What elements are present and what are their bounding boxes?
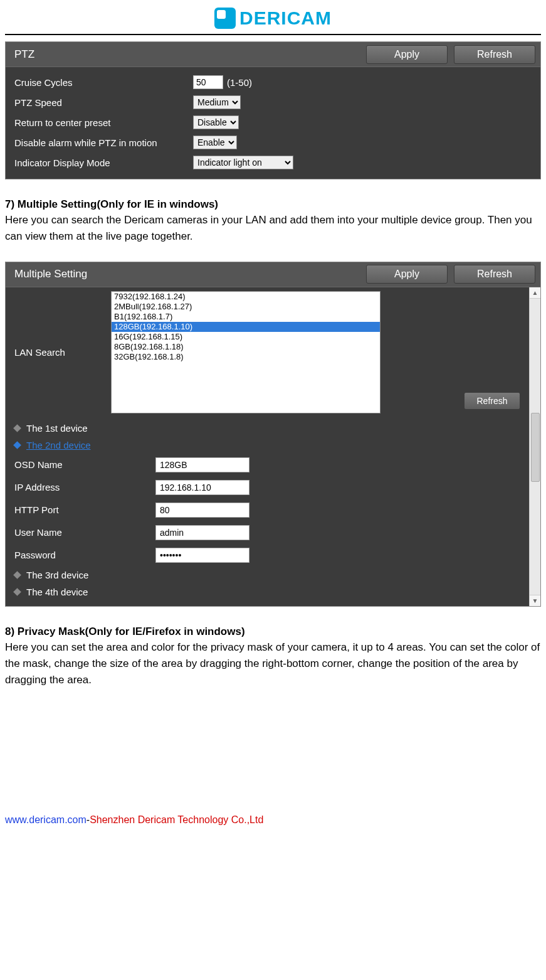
- disable-alarm-select[interactable]: Enable: [193, 136, 237, 149]
- ptz-title: PTZ: [14, 48, 360, 61]
- osd-name-label: OSD Name: [14, 459, 155, 470]
- footer-company: Shenzhen Dericam Technology Co.,Ltd: [90, 814, 263, 825]
- diamond-icon: [13, 424, 21, 432]
- user-name-input[interactable]: [155, 525, 249, 540]
- diamond-icon: [13, 588, 21, 596]
- ptz-apply-button[interactable]: Apply: [366, 45, 448, 64]
- device-2-link[interactable]: The 2nd device: [26, 440, 91, 450]
- device-4[interactable]: The 4th device: [26, 587, 88, 597]
- return-preset-select[interactable]: Disable: [193, 115, 239, 129]
- ptz-refresh-button[interactable]: Refresh: [454, 45, 535, 64]
- ptz-panel-body: Cruise Cycles (1-50) PTZ Speed Medium Re…: [6, 67, 540, 179]
- ms-refresh-button[interactable]: Refresh: [454, 265, 535, 284]
- scroll-thumb[interactable]: [531, 413, 540, 482]
- http-port-input[interactable]: [155, 503, 249, 518]
- cruise-cycles-suffix: (1-50): [227, 77, 252, 88]
- osd-name-input[interactable]: [155, 457, 249, 472]
- diamond-icon: [13, 571, 21, 579]
- list-item[interactable]: 2MBull(192.168.1.27): [112, 302, 380, 312]
- ip-address-label: IP Address: [14, 482, 155, 493]
- ms-title: Multiple Setting: [14, 268, 360, 280]
- ptz-speed-label: PTZ Speed: [14, 97, 193, 108]
- user-name-label: User Name: [14, 527, 155, 538]
- diamond-icon: [13, 441, 21, 449]
- ip-address-input[interactable]: [155, 480, 249, 495]
- ptz-panel: PTZ Apply Refresh Cruise Cycles (1-50) P…: [5, 41, 541, 179]
- scroll-down-icon[interactable]: ▼: [530, 595, 540, 606]
- scrollbar[interactable]: ▲ ▼: [529, 287, 540, 606]
- brand-logo: DERICAM: [214, 8, 332, 29]
- device-3[interactable]: The 3rd device: [26, 570, 88, 580]
- ms-panel-header: Multiple Setting Apply Refresh: [6, 262, 540, 287]
- ptz-panel-header: PTZ Apply Refresh: [6, 42, 540, 67]
- http-port-label: HTTP Port: [14, 504, 155, 515]
- device-1[interactable]: The 1st device: [26, 423, 88, 434]
- logo-text: DERICAM: [239, 8, 332, 29]
- page-footer: www.dericam.com-Shenzhen Dericam Technol…: [5, 814, 541, 836]
- logo-icon: [214, 8, 236, 29]
- password-input[interactable]: [155, 548, 249, 563]
- multiple-setting-panel: Multiple Setting Apply Refresh LAN Searc…: [5, 262, 541, 607]
- indicator-mode-select[interactable]: Indicator light on: [193, 156, 293, 169]
- list-item-selected[interactable]: 128GB(192.168.1.10): [112, 322, 380, 332]
- list-item[interactable]: 16G(192.168.1.15): [112, 332, 380, 342]
- ptz-speed-select[interactable]: Medium: [193, 95, 241, 109]
- indicator-mode-label: Indicator Display Mode: [14, 157, 193, 168]
- return-preset-label: Return to center preset: [14, 117, 193, 128]
- list-item[interactable]: 32GB(192.168.1.8): [112, 352, 380, 362]
- lan-search-label: LAN Search: [14, 347, 102, 358]
- footer-url[interactable]: www.dericam.com: [5, 814, 87, 825]
- list-item[interactable]: 8GB(192.168.1.18): [112, 342, 380, 352]
- scroll-up-icon[interactable]: ▲: [530, 287, 540, 299]
- section8-body: Here you can set the area and color for …: [5, 639, 541, 689]
- password-label: Password: [14, 550, 155, 560]
- list-item[interactable]: B1(192.168.1.7): [112, 312, 380, 322]
- cruise-cycles-input[interactable]: [193, 75, 223, 89]
- section7-heading: 7) Multiple Setting(Only for IE in windo…: [5, 198, 541, 211]
- list-item[interactable]: 7932(192.168.1.24): [112, 292, 380, 302]
- cruise-cycles-label: Cruise Cycles: [14, 77, 193, 88]
- lan-refresh-button[interactable]: Refresh: [464, 392, 520, 410]
- disable-alarm-label: Disable alarm while PTZ in motion: [14, 137, 193, 148]
- page-header: DERICAM: [5, 0, 541, 35]
- section7-body: Here you can search the Dericam cameras …: [5, 212, 541, 245]
- section8-heading: 8) Privacy Mask(Only for IE/Firefox in w…: [5, 626, 541, 638]
- lan-search-list[interactable]: 7932(192.168.1.24) 2MBull(192.168.1.27) …: [111, 291, 381, 413]
- ms-apply-button[interactable]: Apply: [366, 265, 448, 284]
